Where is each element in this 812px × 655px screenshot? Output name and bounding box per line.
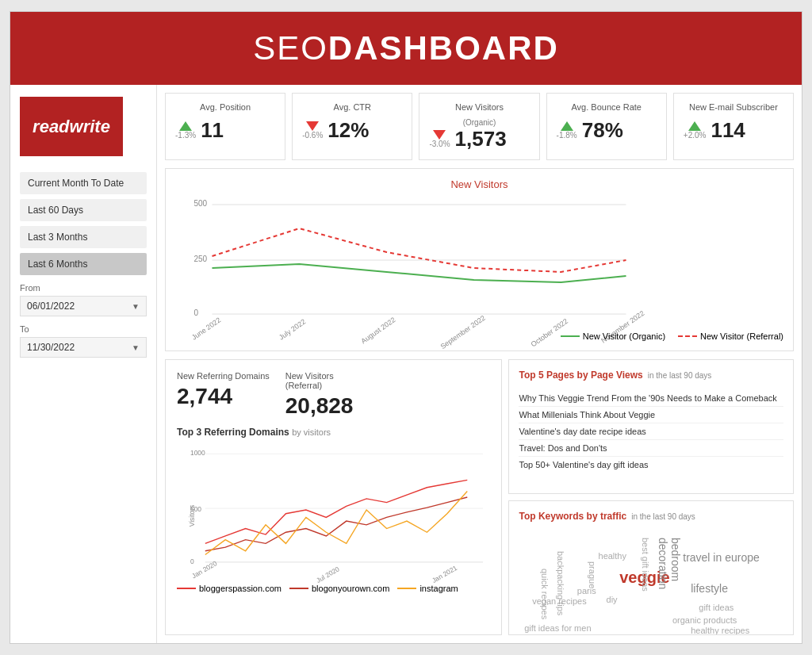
new-visitors-chart-section: New Visitors 500 250 0 June 2022 <box>165 168 794 351</box>
legend-organic-label: New Visitor (Organic) <box>583 331 665 341</box>
kpi-change-2: -3.0% <box>429 140 450 148</box>
kpi-avg-ctr: Avg. CTR -0.6% 12% <box>292 93 412 159</box>
new-visitors-svg: 500 250 0 June 2022 July 2022 August 202… <box>175 197 783 324</box>
kpi-change-0: -1.3% <box>175 131 196 140</box>
main-layout: readwrite Current Month To Date Last 60 … <box>10 85 802 642</box>
svg-text:Jul 2020: Jul 2020 <box>315 565 341 584</box>
top5-item-2: Valentine's day date recipe ideas <box>519 423 783 440</box>
top5-item-0: Why This Veggie Trend From the '90s Need… <box>519 390 783 407</box>
legend-referral-line <box>678 335 697 337</box>
legend-organic: New Visitor (Organic) <box>561 331 665 341</box>
top5-item-4: Top 50+ Valentine's day gift ideas <box>519 457 783 473</box>
kpi-value-row-2: -3.0% 1,573 <box>429 127 529 151</box>
legend-blogonyourown-label: blogonyourown.com <box>312 584 389 593</box>
kw-travel-europe: travel in europe <box>683 551 760 564</box>
top5-item-1: What Millenials Think About Veggie <box>519 407 783 423</box>
dashboard-title: SEODASHBOARD <box>10 29 802 67</box>
svg-text:250: 250 <box>194 255 208 263</box>
kw-best-gift-ideas: best gift ideas <box>641 538 650 592</box>
sidebar-btn-last6months[interactable]: Last 6 Months <box>20 253 147 275</box>
kpi-bounce-rate: Avg. Bounce Rate -1.8% 78% <box>546 93 667 159</box>
kpi-title-3: Avg. Bounce Rate <box>557 102 657 113</box>
title-light: SEO <box>253 29 328 67</box>
kpi-value-row-0: -1.3% 11 <box>175 118 275 143</box>
legend-bloggerspassion: bloggerspassion.com <box>177 584 282 593</box>
kpi-value-row-4: +2.0% 114 <box>684 118 783 143</box>
new-visitors-legend: New Visitor (Organic) New Visitor (Refer… <box>175 331 783 341</box>
kpi-num-0: 11 <box>201 118 224 143</box>
kpi-new-visitors: New Visitors (Organic) -3.0% 1,573 <box>419 93 539 159</box>
top3-domains-svg: Visitors 1000 500 0 <box>177 442 490 577</box>
top3-chart-title: Top 3 Referring Domains by visitors <box>177 427 490 438</box>
kpi-num-3: 78% <box>582 118 623 143</box>
kw-healthy-recipes: healthy recipes <box>691 626 749 635</box>
referring-domains-section: New Referring Domains 2,744 New Visitors… <box>165 359 502 635</box>
referring-stats: New Referring Domains 2,744 New Visitors… <box>177 371 490 419</box>
from-date-input[interactable]: 06/01/2022 ▼ <box>20 296 147 316</box>
sidebar-btn-last3months[interactable]: Last 3 Months <box>20 226 147 248</box>
visitors-value: 20,828 <box>285 393 354 419</box>
kpi-icon-0: -1.3% <box>175 121 196 140</box>
chevron-down-icon: ▼ <box>132 302 140 311</box>
sidebar-btn-current-month[interactable]: Current Month To Date <box>20 172 147 194</box>
top5-pages-card: Top 5 Pages by Page Views in the last 90… <box>508 359 794 494</box>
kpi-subtitle-2: (Organic) <box>429 118 529 127</box>
keywords-card: Top Keywords by traffic in the last 90 d… <box>508 500 794 635</box>
new-visitors-chart-title: New Visitors <box>175 178 783 190</box>
kw-organic-products: organic products <box>672 615 737 625</box>
svg-text:1000: 1000 <box>190 449 205 457</box>
kpi-email-subscriber: New E-mail Subscriber +2.0% 114 <box>673 93 794 159</box>
arrow-up-icon-4 <box>688 121 701 131</box>
logo-text: readwrite <box>33 117 110 137</box>
from-label: From <box>20 283 147 293</box>
sidebar-btn-last60[interactable]: Last 60 Days <box>20 199 147 221</box>
kw-diy: diy <box>607 595 618 604</box>
bottom-row: New Referring Domains 2,744 New Visitors… <box>165 359 794 635</box>
from-date-value: 06/01/2022 <box>27 301 75 312</box>
kw-quick-recipes: quick recipes <box>540 569 550 619</box>
to-date-value: 11/30/2022 <box>27 342 75 353</box>
keywords-subheader: in the last 90 days <box>631 512 695 521</box>
svg-text:500: 500 <box>190 505 201 513</box>
svg-text:0: 0 <box>190 557 194 565</box>
top3-label: Top 3 Referring Domains <box>177 427 289 438</box>
kpi-row: Avg. Position -1.3% 11 Avg. CTR <box>165 93 794 159</box>
legend-instagram-label: instagram <box>419 584 458 593</box>
legend-instagram-line <box>397 588 416 589</box>
domains-value: 2,744 <box>177 384 270 409</box>
top3-legend: bloggerspassion.com blogonyourown.com in… <box>177 584 490 593</box>
main-content: Avg. Position -1.3% 11 Avg. CTR <box>157 85 802 642</box>
arrow-up-icon-3 <box>561 121 573 131</box>
keywords-cloud: veggie bedroom decoration travel in euro… <box>519 533 783 635</box>
top3-subtitle: by visitors <box>292 427 331 437</box>
to-label: To <box>20 324 147 334</box>
chevron-down-icon-2: ▼ <box>132 343 140 352</box>
kw-healthy: healthy <box>599 551 626 561</box>
bottom-right: Top 5 Pages by Page Views in the last 90… <box>508 359 794 635</box>
visitors-label-text: New Visitors <box>285 371 334 381</box>
kpi-value-row-3: -1.8% 78% <box>557 118 657 143</box>
arrow-up-icon <box>179 121 192 131</box>
visitors-label: New Visitors (Referral) <box>285 371 354 390</box>
kpi-icon-1: -0.6% <box>302 121 323 140</box>
kw-prague: prague <box>588 561 597 588</box>
kpi-change-1: -0.6% <box>302 131 323 140</box>
svg-text:500: 500 <box>194 199 208 208</box>
legend-organic-line <box>561 335 580 337</box>
top5-subheader: in the last 90 days <box>648 371 712 380</box>
legend-blogonyourown-line <box>289 588 308 589</box>
kpi-title-0: Avg. Position <box>175 102 275 113</box>
kpi-num-2: 1,573 <box>455 127 507 151</box>
kpi-title-2: New Visitors <box>429 102 529 113</box>
kpi-icon-4: +2.0% <box>684 121 707 140</box>
top5-header: Top 5 Pages by Page Views <box>519 370 642 381</box>
arrow-down-icon <box>306 121 319 131</box>
kpi-icon-3: -1.8% <box>557 121 577 140</box>
to-date-input[interactable]: 11/30/2022 ▼ <box>20 337 147 358</box>
kw-lifestyle: lifestyle <box>691 582 728 595</box>
new-visitors-referral-stat: New Visitors (Referral) 20,828 <box>285 371 354 419</box>
arrow-down-icon-2 <box>433 130 446 140</box>
keywords-header: Top Keywords by traffic <box>519 511 626 522</box>
legend-referral: New Visitor (Referral) <box>678 331 783 341</box>
legend-instagram: instagram <box>397 584 458 593</box>
